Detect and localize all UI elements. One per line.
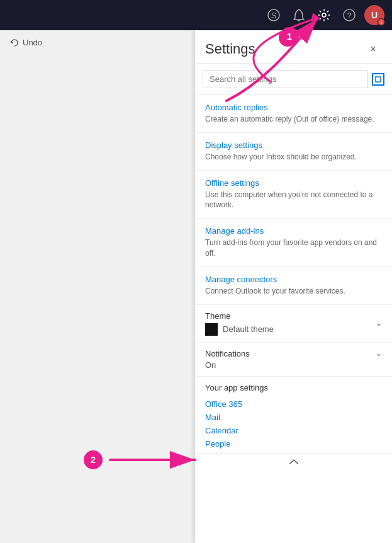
- notifications-value: On: [205, 360, 250, 370]
- settings-header: Settings ×: [195, 30, 392, 64]
- svg-text:?: ?: [347, 11, 351, 20]
- undo-icon: [10, 38, 19, 47]
- scroll-up-button[interactable]: [195, 453, 392, 470]
- app-settings-section: Your app settings Office 365 Mail Calend…: [195, 377, 392, 453]
- undo-button[interactable]: Undo: [0, 30, 195, 55]
- settings-panel: Settings × Automatic replies: [195, 30, 392, 543]
- manage-connectors-item[interactable]: Manage connectors Connect Outlook to you…: [195, 267, 392, 305]
- skype-icon[interactable]: S: [264, 5, 284, 25]
- display-settings-desc: Choose how your Inbox should be organize…: [205, 152, 382, 163]
- office365-link[interactable]: Office 365: [205, 397, 382, 411]
- user-avatar[interactable]: U !: [364, 5, 384, 25]
- settings-title: Settings: [205, 41, 255, 57]
- display-settings-item[interactable]: Display settings Choose how your Inbox s…: [195, 133, 392, 171]
- notifications-header: Notifications On ⌄: [205, 349, 382, 370]
- manage-addins-item[interactable]: Manage add-ins Turn add-ins from your fa…: [195, 219, 392, 267]
- notifications-section[interactable]: Notifications On ⌄: [195, 343, 392, 377]
- undo-label: Undo: [23, 38, 42, 47]
- scroll-up-icon: [289, 459, 299, 465]
- theme-label: Theme: [205, 311, 274, 321]
- theme-section[interactable]: Theme Default theme ⌄: [195, 305, 392, 343]
- offline-settings-desc: Use this computer when you're not connec…: [205, 190, 382, 211]
- settings-gear-icon[interactable]: [314, 5, 334, 25]
- page-wrapper: S ? U !: [0, 0, 392, 543]
- theme-swatch: [205, 323, 218, 336]
- left-panel: Undo: [0, 30, 195, 543]
- theme-value: Default theme: [223, 324, 274, 334]
- search-container: [195, 64, 392, 95]
- notifications-chevron-icon: ⌄: [376, 349, 382, 358]
- offline-settings-title: Offline settings: [205, 178, 382, 188]
- main-area: Undo Settings ×: [0, 30, 392, 543]
- settings-list: Automatic replies Create an automatic re…: [195, 95, 392, 543]
- notifications-bell-icon[interactable]: [289, 5, 309, 25]
- search-expand-icon[interactable]: [372, 73, 384, 86]
- automatic-replies-item[interactable]: Automatic replies Create an automatic re…: [195, 95, 392, 133]
- automatic-replies-desc: Create an automatic reply (Out of office…: [205, 114, 382, 125]
- notifications-label: Notifications: [205, 349, 250, 358]
- settings-close-button[interactable]: ×: [364, 40, 382, 58]
- manage-connectors-title: Manage connectors: [205, 275, 382, 284]
- help-icon[interactable]: ?: [339, 5, 359, 25]
- svg-rect-5: [376, 77, 381, 82]
- avatar-notification-badge: !: [378, 18, 385, 26]
- theme-chevron-icon: ⌄: [376, 319, 382, 328]
- notifications-content: Notifications On: [205, 349, 250, 370]
- people-link[interactable]: People: [205, 437, 382, 450]
- manage-addins-title: Manage add-ins: [205, 226, 382, 236]
- theme-section-header: Theme Default theme ⌄: [205, 311, 382, 336]
- avatar-initials: U: [371, 10, 378, 20]
- manage-addins-desc: Turn add-ins from your favorite app vend…: [205, 237, 382, 259]
- svg-text:S: S: [271, 11, 277, 20]
- theme-value-row: Default theme: [205, 323, 274, 336]
- calendar-link[interactable]: Calendar: [205, 424, 382, 437]
- mail-link[interactable]: Mail: [205, 411, 382, 424]
- theme-content: Theme Default theme: [205, 311, 274, 336]
- settings-search-input[interactable]: [203, 70, 368, 88]
- svg-point-2: [322, 13, 326, 17]
- display-settings-title: Display settings: [205, 140, 382, 150]
- topbar: S ? U !: [0, 0, 392, 30]
- manage-connectors-desc: Connect Outlook to your favorite service…: [205, 286, 382, 297]
- app-settings-title: Your app settings: [205, 383, 382, 392]
- automatic-replies-title: Automatic replies: [205, 103, 382, 112]
- offline-settings-item[interactable]: Offline settings Use this computer when …: [195, 171, 392, 219]
